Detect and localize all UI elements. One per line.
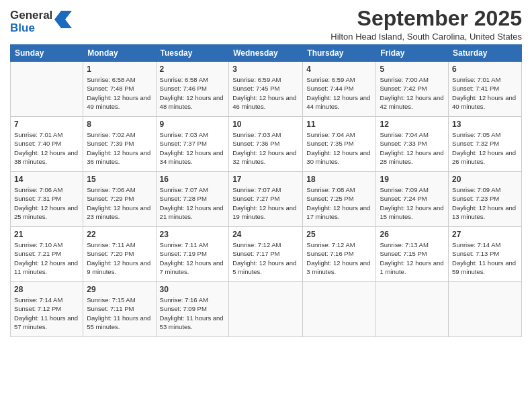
calendar-cell: 29Sunrise: 7:15 AMSunset: 7:11 PMDayligh… xyxy=(83,282,156,337)
day-number: 2 xyxy=(160,64,226,74)
calendar-cell: 5Sunrise: 7:00 AMSunset: 7:42 PMDaylight… xyxy=(376,62,449,117)
logo-blue: Blue xyxy=(10,22,52,35)
calendar-cell: 19Sunrise: 7:09 AMSunset: 7:24 PMDayligh… xyxy=(376,172,449,227)
calendar-cell: 11Sunrise: 7:04 AMSunset: 7:35 PMDayligh… xyxy=(303,117,376,172)
day-number: 27 xyxy=(452,230,518,239)
calendar-cell: 16Sunrise: 7:07 AMSunset: 7:28 PMDayligh… xyxy=(156,172,229,227)
logo-icon xyxy=(54,11,72,28)
calendar-cell: 12Sunrise: 7:04 AMSunset: 7:33 PMDayligh… xyxy=(376,117,449,172)
day-info: Sunrise: 7:09 AMSunset: 7:24 PMDaylight:… xyxy=(380,185,445,221)
calendar-cell: 8Sunrise: 7:02 AMSunset: 7:39 PMDaylight… xyxy=(83,117,156,172)
svg-marker-0 xyxy=(54,11,72,28)
calendar-cell: 4Sunrise: 6:59 AMSunset: 7:44 PMDaylight… xyxy=(303,62,376,117)
day-info: Sunrise: 7:06 AMSunset: 7:29 PMDaylight:… xyxy=(87,185,152,221)
calendar-cell: 21Sunrise: 7:10 AMSunset: 7:21 PMDayligh… xyxy=(11,227,83,282)
day-number: 22 xyxy=(87,230,152,239)
calendar-cell: 15Sunrise: 7:06 AMSunset: 7:29 PMDayligh… xyxy=(83,172,156,227)
day-header-saturday: Saturday xyxy=(449,45,522,62)
day-info: Sunrise: 7:03 AMSunset: 7:36 PMDaylight:… xyxy=(232,130,299,166)
day-info: Sunrise: 7:09 AMSunset: 7:23 PMDaylight:… xyxy=(452,185,518,221)
day-info: Sunrise: 7:01 AMSunset: 7:41 PMDaylight:… xyxy=(452,75,518,111)
day-header-wednesday: Wednesday xyxy=(229,45,303,62)
calendar-cell: 13Sunrise: 7:05 AMSunset: 7:32 PMDayligh… xyxy=(449,117,522,172)
day-info: Sunrise: 7:07 AMSunset: 7:28 PMDaylight:… xyxy=(160,185,226,221)
calendar-cell: 14Sunrise: 7:06 AMSunset: 7:31 PMDayligh… xyxy=(11,172,83,227)
calendar-cell: 24Sunrise: 7:12 AMSunset: 7:17 PMDayligh… xyxy=(229,227,303,282)
calendar-cell: 10Sunrise: 7:03 AMSunset: 7:36 PMDayligh… xyxy=(229,117,303,172)
day-number: 3 xyxy=(232,64,299,74)
calendar-cell: 7Sunrise: 7:01 AMSunset: 7:40 PMDaylight… xyxy=(11,117,83,172)
calendar-header-row: SundayMondayTuesdayWednesdayThursdayFrid… xyxy=(11,45,522,62)
day-info: Sunrise: 7:04 AMSunset: 7:35 PMDaylight:… xyxy=(306,130,372,166)
calendar-cell: 2Sunrise: 6:58 AMSunset: 7:46 PMDaylight… xyxy=(156,62,229,117)
day-info: Sunrise: 7:02 AMSunset: 7:39 PMDaylight:… xyxy=(87,130,152,166)
calendar-cell: 22Sunrise: 7:11 AMSunset: 7:20 PMDayligh… xyxy=(83,227,156,282)
calendar-cell: 27Sunrise: 7:14 AMSunset: 7:13 PMDayligh… xyxy=(449,227,522,282)
day-number: 24 xyxy=(232,230,299,239)
calendar-cell: 26Sunrise: 7:13 AMSunset: 7:15 PMDayligh… xyxy=(376,227,449,282)
calendar-cell: 9Sunrise: 7:03 AMSunset: 7:37 PMDaylight… xyxy=(156,117,229,172)
calendar-table: SundayMondayTuesdayWednesdayThursdayFrid… xyxy=(10,44,522,337)
day-info: Sunrise: 7:08 AMSunset: 7:25 PMDaylight:… xyxy=(306,185,372,221)
day-number: 10 xyxy=(232,120,299,129)
day-info: Sunrise: 7:11 AMSunset: 7:19 PMDaylight:… xyxy=(160,240,226,276)
day-number: 6 xyxy=(452,64,518,74)
day-info: Sunrise: 7:10 AMSunset: 7:21 PMDaylight:… xyxy=(14,240,79,276)
day-info: Sunrise: 7:07 AMSunset: 7:27 PMDaylight:… xyxy=(232,185,299,221)
day-info: Sunrise: 7:15 AMSunset: 7:11 PMDaylight:… xyxy=(87,295,152,331)
day-number: 29 xyxy=(87,285,152,294)
calendar-cell: 18Sunrise: 7:08 AMSunset: 7:25 PMDayligh… xyxy=(303,172,376,227)
day-info: Sunrise: 7:01 AMSunset: 7:40 PMDaylight:… xyxy=(14,130,79,166)
calendar-cell xyxy=(303,282,376,337)
day-number: 5 xyxy=(380,64,445,74)
calendar-cell xyxy=(11,62,83,117)
day-number: 4 xyxy=(306,64,372,74)
day-info: Sunrise: 7:06 AMSunset: 7:31 PMDaylight:… xyxy=(14,185,79,221)
day-info: Sunrise: 7:12 AMSunset: 7:16 PMDaylight:… xyxy=(306,240,372,276)
day-info: Sunrise: 7:12 AMSunset: 7:17 PMDaylight:… xyxy=(232,240,299,276)
day-number: 17 xyxy=(232,175,299,184)
day-number: 26 xyxy=(380,230,445,239)
day-number: 19 xyxy=(380,175,445,184)
location: Hilton Head Island, South Carolina, Unit… xyxy=(330,32,522,42)
calendar-cell: 23Sunrise: 7:11 AMSunset: 7:19 PMDayligh… xyxy=(156,227,229,282)
day-info: Sunrise: 7:00 AMSunset: 7:42 PMDaylight:… xyxy=(380,75,445,111)
day-number: 20 xyxy=(452,175,518,184)
day-header-friday: Friday xyxy=(376,45,449,62)
day-number: 1 xyxy=(87,64,152,74)
day-header-thursday: Thursday xyxy=(303,45,376,62)
calendar-cell: 20Sunrise: 7:09 AMSunset: 7:23 PMDayligh… xyxy=(449,172,522,227)
day-number: 21 xyxy=(14,230,79,239)
day-info: Sunrise: 7:05 AMSunset: 7:32 PMDaylight:… xyxy=(452,130,518,166)
calendar-cell: 17Sunrise: 7:07 AMSunset: 7:27 PMDayligh… xyxy=(229,172,303,227)
day-number: 18 xyxy=(306,175,372,184)
day-number: 12 xyxy=(380,120,445,129)
day-number: 15 xyxy=(87,175,152,184)
day-number: 11 xyxy=(306,120,372,129)
day-info: Sunrise: 7:13 AMSunset: 7:15 PMDaylight:… xyxy=(380,240,445,276)
calendar-week-4: 21Sunrise: 7:10 AMSunset: 7:21 PMDayligh… xyxy=(11,227,522,282)
calendar-cell: 3Sunrise: 6:59 AMSunset: 7:45 PMDaylight… xyxy=(229,62,303,117)
day-info: Sunrise: 7:14 AMSunset: 7:13 PMDaylight:… xyxy=(452,240,518,276)
day-number: 13 xyxy=(452,120,518,129)
header: General Blue September 2025 Hilton Head … xyxy=(10,7,522,42)
calendar-week-5: 28Sunrise: 7:14 AMSunset: 7:12 PMDayligh… xyxy=(11,282,522,337)
logo-general: General xyxy=(10,9,52,22)
calendar-week-3: 14Sunrise: 7:06 AMSunset: 7:31 PMDayligh… xyxy=(11,172,522,227)
day-number: 8 xyxy=(87,120,152,129)
calendar-cell xyxy=(229,282,303,337)
logo: General Blue xyxy=(10,9,72,34)
day-info: Sunrise: 6:58 AMSunset: 7:46 PMDaylight:… xyxy=(160,75,226,111)
day-info: Sunrise: 7:16 AMSunset: 7:09 PMDaylight:… xyxy=(160,295,226,331)
calendar-cell: 25Sunrise: 7:12 AMSunset: 7:16 PMDayligh… xyxy=(303,227,376,282)
calendar-week-1: 1Sunrise: 6:58 AMSunset: 7:48 PMDaylight… xyxy=(11,62,522,117)
day-header-monday: Monday xyxy=(83,45,156,62)
day-number: 23 xyxy=(160,230,226,239)
calendar-cell: 28Sunrise: 7:14 AMSunset: 7:12 PMDayligh… xyxy=(11,282,83,337)
day-info: Sunrise: 7:04 AMSunset: 7:33 PMDaylight:… xyxy=(380,130,445,166)
day-info: Sunrise: 6:58 AMSunset: 7:48 PMDaylight:… xyxy=(87,75,152,111)
calendar-cell xyxy=(449,282,522,337)
month-year: September 2025 xyxy=(330,7,522,30)
day-info: Sunrise: 6:59 AMSunset: 7:45 PMDaylight:… xyxy=(232,75,299,111)
day-header-tuesday: Tuesday xyxy=(156,45,229,62)
